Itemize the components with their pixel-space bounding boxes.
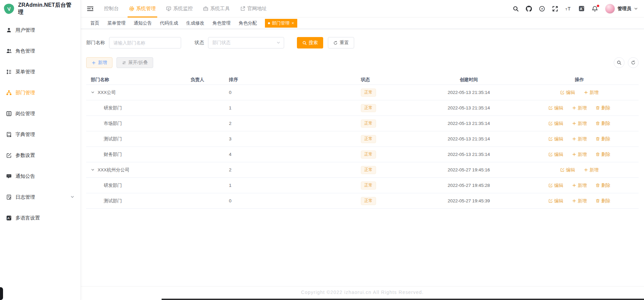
tab-role-assign[interactable]: 角色分配: [239, 20, 257, 26]
dept-name-input[interactable]: [109, 37, 181, 48]
edit-link[interactable]: 编辑: [560, 90, 575, 96]
created-time: 2022-05-13 21:35:14: [417, 121, 520, 126]
tab-generation-edit[interactable]: 生成修改: [186, 20, 204, 26]
tab-menu-management[interactable]: 菜单管理: [107, 20, 126, 26]
search-icon: [302, 41, 307, 45]
tab-label: 通知公告: [134, 21, 152, 26]
search-button[interactable]: 搜索: [297, 37, 323, 48]
user-menu[interactable]: 管理员: [605, 4, 638, 14]
refresh-button[interactable]: [628, 57, 639, 68]
tree-expand-icon[interactable]: [91, 167, 98, 173]
sidebar-item-menu-management[interactable]: 菜单管理: [0, 61, 80, 82]
sidebar-item-dept-management[interactable]: 部门管理: [0, 82, 80, 103]
expand-collapse-button[interactable]: 展开/折叠: [116, 57, 153, 68]
nav-item-official-site[interactable]: 官网地址: [235, 0, 272, 18]
delete-link[interactable]: 删除: [596, 182, 610, 189]
sidebar-item-label: 用户管理: [15, 27, 35, 33]
sidebar-item-notice[interactable]: 通知公告: [0, 166, 80, 187]
actions-cell: 编辑新增删除: [520, 198, 639, 204]
github-icon[interactable]: [526, 6, 532, 12]
edit-link[interactable]: 编辑: [548, 136, 563, 142]
edit-link[interactable]: 编辑: [548, 105, 563, 111]
delete-link[interactable]: 删除: [596, 152, 610, 158]
tab-home[interactable]: 首页: [90, 20, 99, 26]
delete-link[interactable]: 删除: [596, 198, 610, 204]
svg-text:T: T: [565, 8, 567, 11]
status-badge: 正常: [361, 89, 376, 97]
sidebar-item-label: 部门管理: [15, 90, 35, 96]
refresh-icon: [631, 60, 636, 65]
sidebar-item-log-management[interactable]: 日志管理: [0, 187, 80, 207]
search-toggle-button[interactable]: [614, 57, 624, 68]
sidebar-item-param-settings[interactable]: 参数设置: [0, 145, 80, 166]
search-icon[interactable]: [513, 6, 519, 12]
sidebar-item-user-management[interactable]: 用户管理: [0, 20, 80, 40]
tab-code-generation[interactable]: 代码生成: [160, 20, 178, 26]
lang-icon: Ax: [6, 215, 12, 221]
delete-link[interactable]: 删除: [596, 121, 610, 127]
post-icon: [6, 111, 12, 116]
font-size-icon[interactable]: TT: [565, 6, 571, 12]
edit-link[interactable]: 编辑: [548, 121, 563, 127]
created-time: 2022-05-27 19:45:39: [417, 198, 520, 203]
edit-link[interactable]: 编辑: [548, 182, 563, 189]
status-select[interactable]: 部门状态: [208, 37, 284, 48]
delete-link[interactable]: 删除: [596, 136, 610, 142]
tab-role-management[interactable]: 角色管理: [212, 20, 231, 26]
extlink-icon: [240, 6, 245, 11]
top-nav: 控制台系统管理系统监控系统工具官网地址: [99, 0, 272, 18]
sort-cell: 3: [226, 136, 358, 141]
add-link[interactable]: 新增: [572, 198, 587, 204]
add-link[interactable]: 新增: [572, 136, 587, 142]
search-icon: [617, 60, 621, 65]
horizontal-scrollbar[interactable]: [162, 299, 644, 300]
nav-item-system-tools[interactable]: 系统工具: [198, 0, 235, 18]
add-button[interactable]: 新增: [86, 57, 112, 68]
edit-link[interactable]: 编辑: [548, 152, 563, 158]
sidebar-item-post-management[interactable]: 岗位管理: [0, 103, 80, 124]
add-link[interactable]: 新增: [572, 152, 587, 158]
nav-item-system-management[interactable]: 系统管理: [124, 0, 161, 18]
trash-icon: [596, 152, 600, 157]
created-time: 2022-05-13 21:35:14: [417, 90, 520, 95]
close-icon[interactable]: ×: [292, 21, 294, 25]
page-content: 部门名称 状态 部门状态 搜索 重置 新增: [81, 29, 644, 300]
refresh-icon: [333, 41, 338, 45]
add-link[interactable]: 新增: [584, 90, 599, 96]
edit-link[interactable]: 编辑: [560, 167, 575, 173]
table-row: 财务部门4正常2022-05-13 21:35:14编辑新增删除: [86, 147, 639, 162]
scrollbar-thumb[interactable]: [0, 287, 3, 300]
add-link[interactable]: 新增: [572, 105, 587, 111]
tree-expand-icon[interactable]: [91, 89, 98, 96]
add-link[interactable]: 新增: [572, 182, 587, 189]
dept-name: 研发部门: [104, 105, 122, 111]
sidebar-item-label: 日志管理: [15, 194, 35, 200]
add-link[interactable]: 新增: [572, 121, 587, 127]
help-icon[interactable]: ?: [539, 6, 545, 12]
sidebar-item-dict-management[interactable]: 字典管理: [0, 124, 80, 145]
nav-item-system-monitor[interactable]: 系统监控: [161, 0, 198, 18]
tab-dept-management[interactable]: 部门管理×: [265, 19, 297, 28]
reset-button[interactable]: 重置: [328, 37, 354, 48]
avatar[interactable]: [605, 4, 615, 14]
nav-item-console[interactable]: 控制台: [99, 0, 124, 18]
column-header: 状态: [358, 77, 417, 83]
trash-icon: [596, 137, 600, 141]
add-link[interactable]: 新增: [584, 167, 599, 173]
edit-link[interactable]: 编辑: [548, 198, 563, 204]
bell-icon[interactable]: [592, 6, 598, 12]
column-header: 部门名称: [86, 77, 187, 83]
edit-icon: [560, 90, 565, 95]
sort-arrows-icon: [122, 61, 126, 65]
fullscreen-icon[interactable]: [552, 6, 558, 12]
edit-icon: [548, 121, 553, 126]
logo-row[interactable]: V ZRAdmin.NET后台管理: [0, 0, 80, 18]
delete-link[interactable]: 删除: [596, 105, 610, 111]
actions-cell: 编辑新增删除: [520, 121, 639, 127]
copyright-text: Copyright ©2022 izhaorui.cn All Rights R…: [301, 290, 423, 295]
sidebar-item-role-management[interactable]: 角色管理: [0, 40, 80, 61]
translate-icon[interactable]: Ax: [578, 5, 585, 12]
menu-fold-icon[interactable]: [87, 6, 94, 12]
sidebar-item-i18n-settings[interactable]: Ax多语言设置: [0, 207, 80, 228]
tab-notice[interactable]: 通知公告: [134, 20, 152, 26]
